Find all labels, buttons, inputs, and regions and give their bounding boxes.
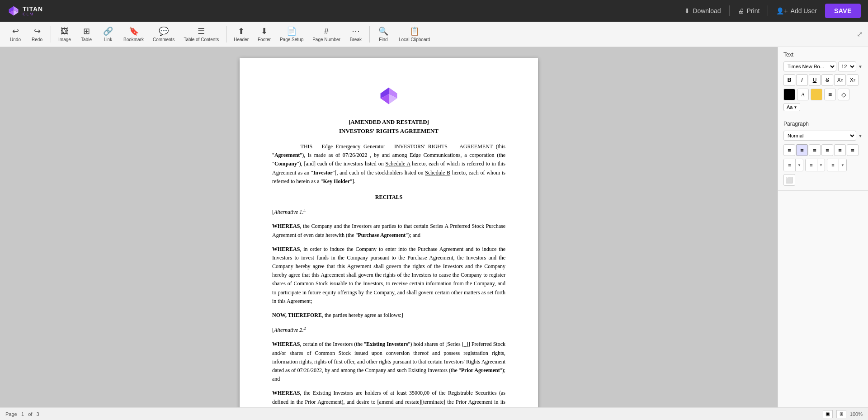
align-left2-button[interactable]: ≡ [834,144,846,156]
indent-list-button[interactable]: ≡ [827,159,839,171]
clear-format-button[interactable]: ◇ [838,89,849,100]
paragraph-style-select[interactable]: Normal [783,131,856,141]
link-button[interactable]: 🔗 Link [98,24,118,44]
unordered-list-button[interactable]: ≡ [806,159,817,171]
whereas-3: WHEREAS, certain of the Investors (the "… [272,340,505,383]
copy-format-row: ⬜ [783,174,863,186]
ordered-list-group: ≡ ▼ [783,159,803,171]
footer-button[interactable]: ⬇ Footer [254,24,274,44]
bookmark-icon: 🔖 [129,26,139,36]
header-icon: ⬆ [238,26,245,36]
page-number-label: Page Number [312,37,340,42]
page-label: Page [5,411,17,417]
undo-button[interactable]: ↩ Undo [5,24,25,44]
highlight-format-button[interactable]: ≡ [824,89,836,100]
text-color-button[interactable]: A [797,89,809,100]
align-right2-button[interactable]: ≡ [847,144,859,156]
page-number-button[interactable]: # Page Number [309,25,344,44]
top-bar-actions: ⬇ Download 🖨 Print 👤+ Add User SAVE [680,4,861,18]
italic-button[interactable]: I [796,74,808,86]
strikethrough-button[interactable]: S [821,74,833,86]
print-label: Print [747,7,760,14]
download-button[interactable]: ⬇ Download [680,5,725,17]
page-setup-button[interactable]: 📄 Page Setup [276,24,307,44]
add-user-label: Add User [791,7,817,14]
superscript-button[interactable]: X2 [834,74,846,86]
para-style-row: Normal ▼ [783,131,863,141]
highlight-color-swatch[interactable] [811,89,822,100]
right-panel: Text Times New Ro... 12 ▼ B I U S X2 X2 [778,47,868,407]
bookmark-button[interactable]: 🔖 Bookmark [120,24,147,44]
image-label: Image [58,37,71,42]
list-row: ≡ ▼ ≡ ▼ ≡ ▼ [783,159,863,171]
logo-area: TITAN CLM [7,5,43,17]
font-row: Times New Ro... 12 ▼ [783,61,863,71]
image-button[interactable]: 🖼 Image [55,25,75,44]
align-left-button[interactable]: ≡ [783,144,795,156]
status-right: ▣ ⊞ 100% [823,410,863,418]
redo-button[interactable]: ↪ Redo [27,24,47,44]
align-justify-button[interactable]: ≡ [821,144,833,156]
align-center-button[interactable]: ≡ [796,144,808,156]
header-button[interactable]: ⬆ Header [230,24,252,44]
find-button[interactable]: 🔍 Find [373,24,393,44]
download-label: Download [693,7,721,14]
maximize-icon[interactable]: ⤢ [857,30,863,38]
save-button[interactable]: SAVE [825,4,861,18]
footer-icon: ⬇ [261,26,268,36]
toc-label: Table of Contents [184,37,219,42]
titan-logo-icon [7,5,20,17]
bold-button[interactable]: B [783,74,795,86]
whereas-2: WHEREAS, in order to induce the Company … [272,245,505,306]
text-color-swatch[interactable] [783,89,795,100]
unordered-list-group: ≡ ▼ [805,159,825,171]
ordered-list-button[interactable]: ≡ [784,159,796,171]
page-number-icon: # [324,27,329,36]
subscript-button[interactable]: X2 [847,74,859,86]
ordered-list-dropdown[interactable]: ▼ [796,159,803,171]
text-section: Text Times New Ro... 12 ▼ B I U S X2 X2 [778,47,868,116]
find-label: Find [379,37,387,42]
break-button[interactable]: ⋯ Break [346,24,366,44]
add-user-button[interactable]: 👤+ Add User [772,5,821,17]
font-size-select[interactable]: 12 [838,61,856,71]
document-logo [272,85,505,109]
bookmark-label: Bookmark [123,37,144,42]
format-row-1: B I U S X2 X2 [783,74,863,86]
redo-icon: ↪ [34,26,41,36]
indent-list-dropdown[interactable]: ▼ [839,159,846,171]
redo-label: Redo [32,37,42,42]
whereas-4: WHEREAS, the Existing Investors are hold… [272,389,505,407]
document-body[interactable]: THIS Edge Emergency Generator INVESTORS'… [272,142,505,407]
zoom-level: 100% [850,411,863,417]
indent-list-group: ≡ ▼ [827,159,847,171]
document-logo-svg [378,85,400,107]
view-single-button[interactable]: ▣ [823,410,833,418]
aa-button[interactable]: Aa ▼ [783,103,800,111]
print-button[interactable]: 🖨 Print [733,5,764,17]
font-family-select[interactable]: Times New Ro... [783,61,836,71]
page-info: Page 1 of 3 [5,411,39,417]
underline-button[interactable]: U [809,74,821,86]
copy-format-button[interactable]: ⬜ [783,174,795,186]
toolbar: ↩ Undo ↪ Redo 🖼 Image ⊞ Table 🔗 Link 🔖 B… [0,22,868,47]
divider [729,5,730,16]
comments-button[interactable]: 💬 Comments [149,24,178,44]
local-clipboard-icon: 📋 [410,26,420,36]
page-setup-label: Page Setup [280,37,303,42]
paragraph-section-title: Paragraph [783,121,863,127]
paragraph-section: Paragraph Normal ▼ ≡ ≡ ≡ ≡ ≡ ≡ ≡ ▼ [778,116,868,191]
whereas-1: WHEREAS, the Company and the Investors a… [272,222,505,239]
document-area[interactable]: [AMENDED AND RESTATED] INVESTORS' RIGHTS… [0,47,778,407]
alternative-1: [Alternative 1:1 [272,207,505,217]
add-user-icon: 👤+ [776,7,788,14]
unordered-list-dropdown[interactable]: ▼ [817,159,825,171]
local-clipboard-button[interactable]: 📋 Local Clipboard [395,24,434,44]
header-label: Header [234,37,249,42]
align-right-button[interactable]: ≡ [809,144,821,156]
view-multi-button[interactable]: ⊞ [836,410,846,418]
table-button[interactable]: ⊞ Table [76,24,96,44]
toc-button[interactable]: ☰ Table of Contents [180,24,222,44]
link-icon: 🔗 [103,26,113,36]
print-icon: 🖨 [738,7,744,14]
